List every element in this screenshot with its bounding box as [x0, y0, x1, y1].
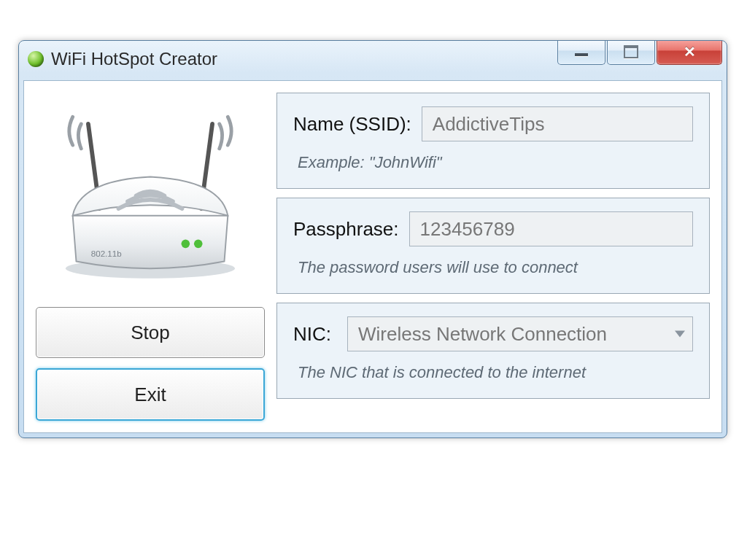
minimize-button[interactable]: [557, 40, 605, 65]
chevron-down-icon: [675, 331, 685, 338]
app-icon: [28, 51, 44, 67]
nic-value: Wireless Network Connection: [358, 323, 607, 346]
ssid-input[interactable]: AddictiveTips: [422, 106, 693, 141]
passphrase-label: Passphrase:: [293, 218, 399, 241]
router-illustration: 802.11b: [36, 93, 265, 297]
minimize-icon: [575, 53, 588, 56]
passphrase-input[interactable]: 123456789: [409, 211, 693, 246]
content-panel: 802.11b Stop Exit Name (SSID): Addictive…: [23, 80, 722, 433]
close-icon: ✕: [684, 43, 696, 61]
maximize-button[interactable]: [607, 40, 655, 65]
titlebar[interactable]: WiFi HotSpot Creator ✕: [19, 41, 727, 77]
router-label-text: 802.11b: [91, 249, 122, 258]
stop-button[interactable]: Stop: [36, 307, 265, 358]
ssid-value: AddictiveTips: [433, 113, 545, 136]
maximize-icon: [624, 45, 638, 58]
nic-hint: The NIC that is connected to the interne…: [293, 363, 693, 382]
left-column: 802.11b Stop Exit: [36, 93, 265, 421]
exit-button-label: Exit: [134, 384, 166, 406]
exit-button[interactable]: Exit: [36, 368, 265, 421]
ssid-hint: Example: "JohnWifi": [293, 153, 693, 172]
close-button[interactable]: ✕: [657, 40, 722, 65]
ssid-label: Name (SSID):: [293, 113, 411, 136]
ssid-group: Name (SSID): AddictiveTips Example: "Joh…: [276, 93, 710, 189]
svg-point-4: [194, 240, 203, 249]
right-column: Name (SSID): AddictiveTips Example: "Joh…: [276, 93, 710, 421]
passphrase-group: Passphrase: 123456789 The password users…: [276, 198, 710, 294]
stop-button-label: Stop: [131, 322, 170, 344]
window-controls: ✕: [557, 40, 722, 65]
passphrase-value: 123456789: [420, 218, 515, 241]
svg-point-3: [182, 240, 190, 249]
nic-label: NIC:: [293, 323, 337, 346]
window-title: WiFi HotSpot Creator: [51, 49, 217, 69]
nic-group: NIC: Wireless Network Connection The NIC…: [276, 303, 710, 399]
nic-select[interactable]: Wireless Network Connection: [347, 316, 693, 351]
app-window: WiFi HotSpot Creator ✕: [18, 40, 727, 438]
router-icon: 802.11b: [44, 103, 256, 286]
passphrase-hint: The password users will use to connect: [293, 258, 693, 277]
